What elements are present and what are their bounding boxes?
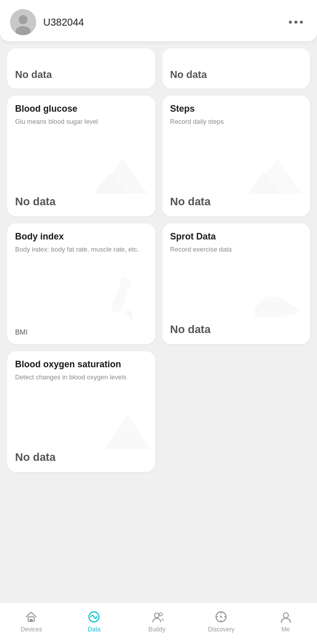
nav-item-discovery[interactable]: Discovery bbox=[202, 608, 241, 635]
partial-card-right[interactable]: No data bbox=[162, 48, 310, 89]
dot1 bbox=[289, 21, 292, 24]
nav-label-buddy: Buddy bbox=[148, 626, 165, 633]
svg-point-1 bbox=[19, 15, 28, 24]
svg-point-21 bbox=[283, 613, 288, 618]
body-index-subtitle: Body index: body fat rate, muscle rate, … bbox=[15, 245, 147, 254]
avatar bbox=[10, 9, 36, 35]
buddy-icon bbox=[150, 610, 164, 624]
blood-glucose-card[interactable]: Blood glucose Glu means blood sugar leve… bbox=[7, 96, 155, 216]
discovery-icon bbox=[214, 610, 228, 624]
steps-card[interactable]: Steps Record daily steps No data bbox=[162, 96, 310, 216]
steps-title: Steps bbox=[170, 104, 302, 115]
svg-point-13 bbox=[155, 613, 159, 618]
sprot-data-card[interactable]: Sprot Data Record exercise data No data bbox=[162, 223, 310, 344]
dot3 bbox=[300, 21, 303, 24]
body-index-card[interactable]: Body index Body index: body fat rate, mu… bbox=[7, 223, 155, 344]
steps-watermark bbox=[250, 156, 305, 196]
blood-oxygen-card[interactable]: Blood oxygen saturation Detect changes i… bbox=[7, 351, 155, 472]
sprot-data-subtitle: Record exercise data bbox=[170, 245, 302, 254]
svg-rect-11 bbox=[30, 619, 33, 621]
bottom-nav: Devices Data Buddy Disc bbox=[0, 602, 317, 644]
body-index-watermark bbox=[100, 274, 150, 324]
partial-card-left[interactable]: No data bbox=[7, 48, 155, 89]
svg-marker-8 bbox=[124, 308, 136, 320]
partial-card-left-nodata: No data bbox=[15, 69, 52, 80]
header: U382044 bbox=[0, 0, 317, 41]
blood-oxygen-subtitle: Detect changes in blood oxygen levels bbox=[15, 373, 147, 382]
svg-point-14 bbox=[159, 613, 162, 616]
content-area: No data No data Blood glucose Glu means … bbox=[0, 41, 317, 602]
body-index-bmi: BMI bbox=[15, 328, 147, 336]
blood-glucose-nodata: No data bbox=[15, 195, 147, 208]
cards-grid: Blood glucose Glu means blood sugar leve… bbox=[7, 96, 310, 472]
nav-label-discovery: Discovery bbox=[208, 626, 235, 633]
blood-glucose-subtitle: Glu means blood sugar level bbox=[15, 117, 147, 126]
svg-marker-9 bbox=[105, 414, 150, 449]
nav-label-me: Me bbox=[281, 626, 290, 633]
sprot-data-watermark bbox=[250, 284, 305, 324]
partial-card-right-nodata: No data bbox=[170, 69, 207, 80]
sprot-data-nodata: No data bbox=[170, 323, 302, 336]
svg-rect-7 bbox=[110, 277, 132, 313]
blood-glucose-title: Blood glucose bbox=[15, 104, 147, 115]
blood-oxygen-watermark bbox=[105, 412, 150, 452]
me-icon bbox=[279, 610, 293, 624]
nav-item-buddy[interactable]: Buddy bbox=[139, 608, 174, 635]
header-left: U382044 bbox=[10, 9, 84, 35]
nav-label-devices: Devices bbox=[21, 626, 42, 633]
blood-oxygen-title: Blood oxygen saturation bbox=[15, 359, 147, 370]
steps-nodata: No data bbox=[170, 195, 302, 208]
data-icon bbox=[87, 610, 101, 624]
partial-cards-row: No data No data bbox=[7, 48, 310, 89]
home-icon bbox=[24, 610, 38, 624]
sprot-data-title: Sprot Data bbox=[170, 231, 302, 243]
nav-item-devices[interactable]: Devices bbox=[14, 608, 49, 635]
nav-label-data: Data bbox=[88, 626, 100, 633]
username: U382044 bbox=[43, 17, 84, 28]
body-index-title: Body index bbox=[15, 231, 147, 243]
nav-item-data[interactable]: Data bbox=[76, 608, 112, 635]
dot2 bbox=[294, 21, 297, 24]
nav-item-me[interactable]: Me bbox=[268, 608, 303, 635]
blood-oxygen-nodata: No data bbox=[15, 451, 147, 464]
more-button[interactable] bbox=[285, 17, 307, 28]
steps-subtitle: Record daily steps bbox=[170, 117, 302, 126]
blood-glucose-watermark bbox=[95, 156, 150, 196]
